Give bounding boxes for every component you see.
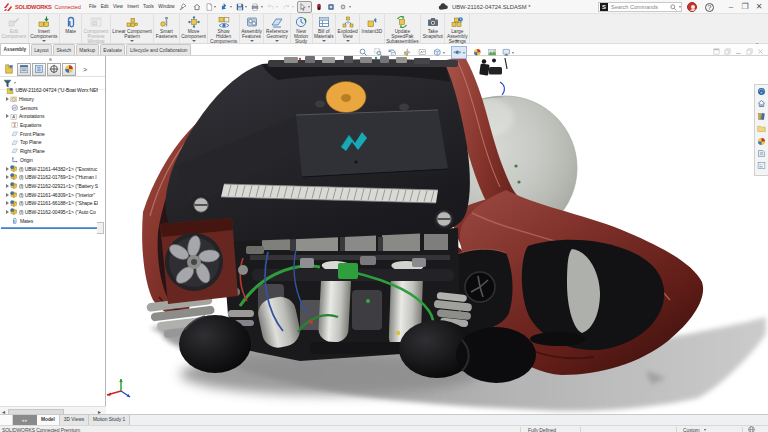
- tree-row-f-ubw-21162-01769-1-human-i[interactable]: (f) UBW-21162-01769<1> ("Human I: [0, 173, 98, 182]
- command-tab-layout[interactable]: Layout: [31, 44, 52, 55]
- headsup-button[interactable]: [418, 48, 427, 57]
- panel-tab[interactable]: [2, 63, 16, 76]
- menu-item-window[interactable]: Window: [156, 0, 177, 14]
- document-tab-model[interactable]: Model: [37, 415, 60, 425]
- 3dexperience-icon[interactable]: [757, 87, 766, 96]
- ribbon-button[interactable]: New Motion Study: [291, 14, 313, 43]
- quick-access-button[interactable]: [297, 1, 313, 13]
- minimize-button[interactable]: –: [724, 0, 738, 14]
- expand-arrow-icon[interactable]: [6, 132, 10, 136]
- status-configuration[interactable]: Custom: [683, 427, 706, 432]
- search-icon[interactable]: [670, 4, 677, 11]
- tree-row-f-ubw-21162-02921-1-battery-s[interactable]: (f) UBW-21162-02921<1> ("Battery S: [0, 182, 98, 191]
- menu-item-tools[interactable]: Tools: [141, 0, 156, 14]
- search-commands-box[interactable]: S Search Commands: [598, 2, 682, 12]
- file-explorer-icon[interactable]: [757, 124, 766, 133]
- quick-access-button[interactable]: [204, 1, 218, 13]
- tab-scroll-buttons[interactable]: ◂▸: [13, 415, 37, 425]
- ribbon-button[interactable]: Edit Component: [0, 14, 29, 43]
- ribbon-button[interactable]: Move Component: [180, 14, 209, 43]
- ribbon-button[interactable]: Update SpeedPak Subassemblies: [385, 14, 422, 43]
- expand-arrow-icon[interactable]: [6, 201, 9, 205]
- menu-item-insert[interactable]: Insert: [125, 0, 141, 14]
- tree-row-sensors[interactable]: Sensors: [0, 103, 98, 112]
- quick-access-button[interactable]: [192, 1, 202, 13]
- help-button[interactable]: ?: [705, 3, 714, 12]
- nemo-submersible-model[interactable]: [106, 56, 768, 414]
- ribbon-button[interactable]: Mate: [60, 14, 82, 43]
- tree-row-f-ubw-21161-44382-1-exostruc[interactable]: (f) UBW-21161-44382<1> ("Exostruc: [0, 164, 98, 173]
- ribbon-button[interactable]: Insert Components: [29, 14, 60, 43]
- headsup-button[interactable]: [473, 48, 482, 57]
- graphics-viewport[interactable]: [106, 56, 768, 414]
- restore-button[interactable]: ❐: [738, 0, 752, 14]
- tree-row-f-ubw-21162-00495-1-auto-co[interactable]: (f) UBW-21162-00495<1> ("Auto Co: [0, 208, 98, 217]
- appearances-icon[interactable]: [757, 137, 766, 146]
- headsup-button[interactable]: [403, 48, 412, 57]
- doc-close-icon[interactable]: [757, 48, 764, 55]
- custom-properties-icon[interactable]: [757, 149, 766, 158]
- globe-icon[interactable]: [748, 426, 755, 432]
- doc-cascade-icon[interactable]: [724, 48, 731, 55]
- expand-arrow-icon[interactable]: [6, 184, 9, 188]
- panel-tab[interactable]: [62, 63, 76, 76]
- command-tab-sketch[interactable]: Sketch: [53, 44, 75, 55]
- expand-arrow-icon[interactable]: [6, 140, 10, 144]
- user-avatar[interactable]: [687, 2, 697, 12]
- view-palette-icon[interactable]: [757, 161, 766, 170]
- expand-arrow-icon[interactable]: [6, 149, 10, 153]
- expand-arrow-icon[interactable]: [6, 175, 9, 179]
- ribbon-button[interactable]: Exploded View: [336, 14, 360, 43]
- resources-icon[interactable]: [757, 99, 766, 108]
- tree-row-top-plane[interactable]: Top Plane: [0, 138, 98, 147]
- quick-access-button[interactable]: [219, 1, 233, 13]
- doc-new-window-icon[interactable]: [713, 48, 720, 55]
- headsup-button[interactable]: [488, 48, 497, 57]
- panel-tab[interactable]: [32, 63, 46, 76]
- ribbon-button[interactable]: Bill of Materials: [313, 14, 336, 43]
- headsup-button[interactable]: [451, 46, 467, 59]
- headsup-button[interactable]: [374, 48, 383, 57]
- ribbon-button[interactable]: Assembly Features: [240, 14, 265, 43]
- headsup-button[interactable]: [502, 48, 514, 57]
- tree-row-f-ubw-21161-46309-1-interior[interactable]: (f) UBW-21161-46309<1> ("Interior": [0, 190, 98, 199]
- tree-row-mates[interactable]: Mates: [0, 216, 98, 225]
- ribbon-button[interactable]: Reference Geometry: [264, 14, 290, 43]
- quick-access-button[interactable]: [281, 1, 295, 13]
- quick-access-button[interactable]: [338, 1, 352, 13]
- ribbon-button[interactable]: Show Hidden Components: [208, 14, 239, 43]
- tree-row-annotations[interactable]: Annotations: [0, 112, 98, 121]
- rollback-bar[interactable]: [1, 227, 97, 229]
- tree-row-f-ubw-21161-66188-1-shape-el[interactable]: (f) UBW-21161-66188<1> ("Shape El: [0, 199, 98, 208]
- quick-access-button[interactable]: [266, 1, 280, 13]
- design-library-icon[interactable]: [757, 112, 766, 121]
- headsup-button[interactable]: [388, 48, 397, 57]
- panel-tab[interactable]: [17, 63, 31, 76]
- tree-row-history[interactable]: History: [0, 95, 98, 104]
- pin-icon[interactable]: [179, 3, 187, 11]
- search-dropdown-icon[interactable]: [679, 6, 681, 8]
- close-button[interactable]: ✕: [752, 0, 766, 14]
- ribbon-button[interactable]: Take Snapshot: [421, 14, 445, 43]
- panel-grip-handle[interactable]: [49, 58, 52, 61]
- tree-row-origin[interactable]: Origin: [0, 156, 98, 165]
- filter-dropdown-icon[interactable]: [14, 82, 16, 84]
- expand-arrow-icon[interactable]: [6, 114, 9, 118]
- ribbon-button[interactable]: Instant3D: [360, 14, 385, 43]
- panel-tab[interactable]: [47, 63, 61, 76]
- ribbon-button[interactable]: Smart Fasteners: [154, 14, 179, 43]
- tree-row-equations[interactable]: Equations: [0, 121, 98, 130]
- expand-arrow-icon[interactable]: [6, 219, 10, 223]
- menu-item-file[interactable]: File: [87, 0, 99, 14]
- command-tab-assembly[interactable]: Assembly: [0, 43, 30, 55]
- tree-row-front-plane[interactable]: Front Plane: [0, 129, 98, 138]
- headsup-button[interactable]: [359, 48, 368, 57]
- quick-access-button[interactable]: [235, 1, 249, 13]
- expand-arrow-icon[interactable]: [6, 158, 10, 162]
- quick-access-button[interactable]: [326, 1, 336, 13]
- expand-arrow-icon[interactable]: [6, 210, 9, 214]
- panel-splitter-handle[interactable]: [97, 222, 104, 234]
- document-tab-3d-views[interactable]: 3D Views: [60, 415, 89, 425]
- expand-arrow-icon[interactable]: [6, 193, 9, 197]
- command-tab-lifecycle-and-collaboration[interactable]: Lifecycle and Collaboration: [126, 44, 191, 55]
